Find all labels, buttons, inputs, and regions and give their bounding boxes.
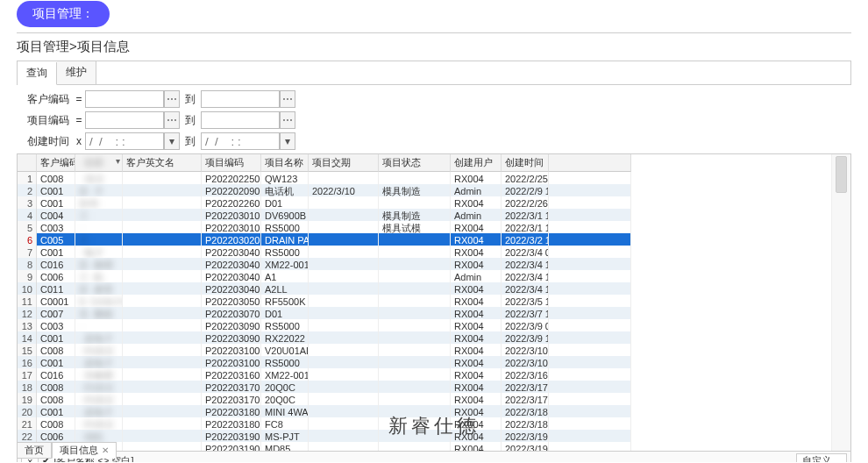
cell-created[interactable]: 2022/2/26 13:40:59 xyxy=(502,196,549,209)
cell-created[interactable]: 2022/2/9 10:52:46 xyxy=(502,184,549,196)
cell-customer-en[interactable] xyxy=(123,196,202,209)
cell-created[interactable]: 2022/3/2 14:21:08 xyxy=(502,233,549,246)
cell-user[interactable]: RX004 xyxy=(451,282,502,295)
cell-project-name[interactable]: D01 xyxy=(261,196,309,209)
row-number[interactable]: 15 xyxy=(18,344,37,356)
cell-pad[interactable] xyxy=(549,430,631,442)
row-number[interactable]: 2 xyxy=(18,184,37,196)
cell-project-name[interactable]: RS5000 xyxy=(261,356,309,368)
row-number[interactable]: 1 xyxy=(18,172,37,184)
cell-due[interactable] xyxy=(309,430,379,442)
cell-pad[interactable] xyxy=(549,282,631,295)
cell-due[interactable] xyxy=(309,233,379,246)
cell-customer-en[interactable] xyxy=(123,368,202,381)
cell-status[interactable] xyxy=(379,344,451,356)
cell-due[interactable] xyxy=(309,172,379,184)
cell-status[interactable] xyxy=(379,282,451,295)
cell-customer-code[interactable]: C003 xyxy=(37,319,75,331)
cell-status[interactable] xyxy=(379,307,451,319)
cell-customer-code[interactable]: C008 xyxy=(37,393,75,405)
cell-customer-en[interactable] xyxy=(123,442,202,452)
filter-custom-button[interactable]: 自定义… xyxy=(796,453,847,463)
column-header[interactable]: 创建时间 xyxy=(502,154,549,172)
cell-pad[interactable] xyxy=(549,221,631,233)
cell-customer-en[interactable] xyxy=(123,270,202,282)
cell-customer-name[interactable]: ··是电子 xyxy=(75,405,123,417)
cell-project-code[interactable]: P20220310001 xyxy=(202,344,261,356)
cell-customer-name[interactable]: ··约清洁 xyxy=(75,417,123,430)
cell-project-name[interactable]: 20Q0C xyxy=(261,393,309,405)
row-number[interactable]: 14 xyxy=(18,331,37,344)
cell-customer-name[interactable]: ··宗橡塑 xyxy=(75,368,123,381)
cell-created[interactable]: 2022/3/7 13:08:50 xyxy=(502,307,549,319)
cell-pad[interactable] xyxy=(549,405,631,417)
cell-customer-en[interactable] xyxy=(123,184,202,196)
cell-user[interactable]: RX004 xyxy=(451,258,502,270)
row-number[interactable]: 6 xyxy=(18,233,37,246)
cell-user[interactable]: RX004 xyxy=(451,196,502,209)
row-number[interactable]: 5 xyxy=(18,221,37,233)
cell-customer-code[interactable]: C006 xyxy=(37,270,75,282)
cell-customer-name[interactable]: 苏··子 xyxy=(75,184,123,196)
cell-customer-en[interactable] xyxy=(123,307,202,319)
column-header[interactable]: 创建用户 xyxy=(451,154,502,172)
row-number[interactable]: 3 xyxy=(18,196,37,209)
cell-user[interactable]: RX004 xyxy=(451,246,502,258)
cell-due[interactable] xyxy=(309,282,379,295)
row-number[interactable]: 19 xyxy=(18,393,37,405)
column-header[interactable]: 项目状态 xyxy=(379,154,451,172)
cell-customer-name[interactable]: ··约清洁 xyxy=(75,344,123,356)
cell-pad[interactable] xyxy=(549,233,631,246)
row-number[interactable]: 7 xyxy=(18,246,37,258)
cell-customer-name[interactable]: ··缩机 xyxy=(75,430,123,442)
cell-pad[interactable] xyxy=(549,393,631,405)
cell-due[interactable] xyxy=(309,295,379,307)
cell-customer-en[interactable] xyxy=(123,381,202,393)
cell-project-code[interactable]: P20220304002 xyxy=(202,258,261,270)
cell-status[interactable]: 模具试模 xyxy=(379,221,451,233)
cell-pad[interactable] xyxy=(549,209,631,221)
cell-project-name[interactable]: MD85 xyxy=(261,442,309,452)
cell-created[interactable]: 2022/3/17 12:42:18 xyxy=(502,393,549,405)
cell-customer-name[interactable]: ··是电子 xyxy=(75,331,123,344)
cell-pad[interactable] xyxy=(549,295,631,307)
row-number[interactable]: 10 xyxy=(18,282,37,295)
cell-project-name[interactable]: A2LL xyxy=(261,282,309,295)
cell-customer-code[interactable]: C008 xyxy=(37,344,75,356)
cell-project-code[interactable]: P20220318001 xyxy=(202,405,261,417)
cell-user[interactable]: RX004 xyxy=(451,405,502,417)
cell-created[interactable]: 2022/3/10 14:34:51 xyxy=(502,356,549,368)
cell-project-code[interactable]: P20220225001 xyxy=(202,172,261,184)
cell-pad[interactable] xyxy=(549,356,631,368)
cell-due[interactable] xyxy=(309,258,379,270)
cell-project-name[interactable]: V20U01ADS3N xyxy=(261,344,309,356)
cell-project-code[interactable]: P20220209001 xyxy=(202,184,261,196)
picker-customer-from-icon[interactable]: ⋯ xyxy=(164,90,180,108)
cell-customer-en[interactable] xyxy=(123,393,202,405)
cell-project-code[interactable]: P20220319002 xyxy=(202,442,261,452)
cell-user[interactable]: RX004 xyxy=(451,221,502,233)
cell-customer-code[interactable]: C016 xyxy=(37,368,75,381)
cell-status[interactable] xyxy=(379,381,451,393)
cell-customer-code[interactable]: C005 xyxy=(37,233,75,246)
cell-created[interactable]: 2022/3/1 12:07:11 xyxy=(502,221,549,233)
cell-project-code[interactable]: P20220317002 xyxy=(202,393,261,405)
filter-created-to[interactable] xyxy=(201,132,280,150)
cell-status[interactable] xyxy=(379,331,451,344)
cell-project-code[interactable]: P20220309002 xyxy=(202,331,261,344)
cell-customer-en[interactable] xyxy=(123,246,202,258)
cell-project-code[interactable]: P20220304001 xyxy=(202,246,261,258)
cell-customer-code[interactable]: C001 xyxy=(37,196,75,209)
cell-project-code[interactable]: P20220307001 xyxy=(202,307,261,319)
column-header[interactable]: ··名称▾ xyxy=(75,154,123,172)
bottom-tab-home[interactable]: 首页 xyxy=(17,442,52,459)
cell-created[interactable]: 2022/3/4 17:01:15 xyxy=(502,282,549,295)
cell-project-name[interactable]: RS5000 xyxy=(261,319,309,331)
cell-created[interactable]: 2022/3/16 14:21:05 xyxy=(502,368,549,381)
cell-created[interactable]: 2022/3/18 10:25:23 xyxy=(502,405,549,417)
cell-created[interactable]: 2022/3/18 17:03:51 xyxy=(502,417,549,430)
cell-customer-en[interactable] xyxy=(123,344,202,356)
cell-customer-name[interactable]: ··电子 xyxy=(75,246,123,258)
cell-customer-code[interactable]: C008 xyxy=(37,417,75,430)
cell-created[interactable]: 2022/3/9 16:34:34 xyxy=(502,331,549,344)
